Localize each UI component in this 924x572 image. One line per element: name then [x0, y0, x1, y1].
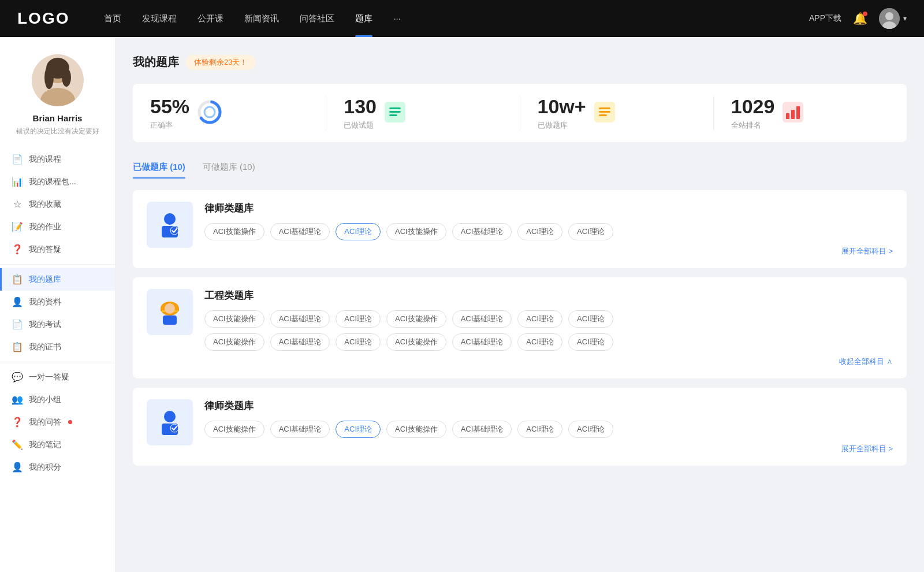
qbank-tag[interactable]: ACI基础理论 — [270, 310, 330, 328]
lawyer-icon-wrap — [147, 202, 193, 248]
app-download-button[interactable]: APP下载 — [809, 13, 841, 24]
svg-point-1 — [885, 12, 893, 20]
qbank-tag[interactable]: ACI技能操作 — [204, 421, 264, 438]
pencil-icon: 📝 — [12, 221, 23, 232]
qbank-tag[interactable]: ACI基础理论 — [452, 421, 512, 438]
sidebar-item-notes[interactable]: ✏️ 我的笔记 — [0, 433, 115, 456]
qbank-tag[interactable]: ACI技能操作 — [386, 310, 446, 328]
qbank-tag[interactable]: ACI技能操作 — [386, 223, 446, 240]
svg-rect-21 — [786, 113, 789, 119]
qbank-tag[interactable]: ACI理论 — [568, 223, 613, 240]
sidebar-item-label: 我的积分 — [29, 462, 61, 473]
sidebar-item-points[interactable]: 👤 我的积分 — [0, 456, 115, 478]
nav-qbank[interactable]: 题库 — [355, 13, 372, 24]
nav-news[interactable]: 新闻资讯 — [244, 13, 279, 24]
sidebar-item-questions[interactable]: ❓ 我的答疑 — [0, 238, 115, 261]
sidebar-item-qbank[interactable]: 📋 我的题库 — [0, 268, 115, 291]
qbank-tag[interactable]: ACI基础理论 — [452, 333, 512, 351]
tab-done[interactable]: 已做题库 (10) — [133, 156, 185, 179]
qbank-lawyer-2-title: 律师类题库 — [204, 399, 893, 413]
edit-icon: ✏️ — [12, 439, 23, 450]
qbank-tag[interactable]: ACI技能操作 — [386, 333, 446, 351]
qbank-tag[interactable]: ACI理论 — [336, 333, 381, 351]
qbank-tag[interactable]: ACI理论 — [517, 310, 562, 328]
qbank-tag[interactable]: ACI基础理论 — [270, 223, 330, 240]
nav-home[interactable]: 首页 — [104, 13, 121, 24]
sidebar-item-label: 我的证书 — [29, 342, 61, 352]
qbank-tag[interactable]: ACI基础理论 — [452, 223, 512, 240]
stat-done-banks: 10w+ 已做题库 — [520, 95, 714, 131]
nav-discover[interactable]: 发现课程 — [142, 13, 177, 24]
sidebar-item-profile[interactable]: 👤 我的资料 — [0, 291, 115, 313]
sidebar-item-homework[interactable]: 📝 我的作业 — [0, 216, 115, 238]
qbank-lawyer-2-tags: ACI技能操作 ACI基础理论 ACI理论 ACI技能操作 ACI基础理论 AC… — [204, 421, 893, 438]
svg-rect-31 — [163, 315, 177, 325]
sidebar-item-oneonone[interactable]: 💬 一对一答疑 — [0, 366, 115, 388]
svg-point-32 — [164, 411, 176, 422]
qbank-tag[interactable]: ACI基础理论 — [270, 421, 330, 438]
svg-rect-17 — [599, 107, 610, 109]
qbank-tag[interactable]: ACI理论 — [517, 421, 562, 438]
qbank-tag[interactable]: ACI技能操作 — [204, 310, 264, 328]
qbank-engineer-tags-row2: ACI技能操作 ACI基础理论 ACI理论 ACI技能操作 ACI基础理论 AC… — [204, 333, 893, 351]
notification-dot — [863, 12, 867, 16]
qbank-tag[interactable]: ACI理论 — [517, 223, 562, 240]
engineer-icon-wrap — [147, 289, 193, 335]
qbank-lawyer-1-info: 律师类题库 ACI技能操作 ACI基础理论 ACI理论 ACI技能操作 ACI基… — [204, 202, 893, 257]
qbank-tag[interactable]: ACI技能操作 — [386, 421, 446, 438]
chevron-down-icon: ▾ — [903, 14, 907, 23]
nav-opencourse[interactable]: 公开课 — [198, 13, 223, 24]
tab-todo[interactable]: 可做题库 (10) — [203, 156, 255, 179]
nav-more[interactable]: ··· — [393, 13, 401, 24]
sidebar-item-certificate[interactable]: 📋 我的证书 — [0, 336, 115, 358]
chat-icon: 💬 — [12, 372, 23, 382]
svg-rect-22 — [791, 110, 795, 119]
sidebar-item-mycourse[interactable]: 📄 我的课程 — [0, 148, 115, 170]
main-nav: 首页 发现课程 公开课 新闻资讯 问答社区 题库 ··· — [104, 13, 809, 24]
svg-rect-19 — [599, 114, 607, 116]
sidebar-item-myqa[interactable]: ❓ 我的问答 — [0, 411, 115, 433]
qbank-tag[interactable]: ACI理论 — [568, 310, 613, 328]
qbank-tag[interactable]: ACI技能操作 — [204, 333, 264, 351]
sidebar-item-label: 我的考试 — [29, 320, 61, 330]
qbank-collapse-button[interactable]: 收起全部科目 ∧ — [204, 356, 893, 367]
qbank-tag[interactable]: ACI基础理论 — [270, 333, 330, 351]
qbank-tag-active[interactable]: ACI理论 — [336, 223, 381, 240]
accuracy-pie-icon — [198, 100, 222, 127]
stat-done-questions-value: 130 — [344, 95, 377, 118]
qbank-tag[interactable]: ACI理论 — [336, 310, 381, 328]
sidebar: Brian Harris 错误的决定比没有决定要好 📄 我的课程 📊 我的课程包… — [0, 37, 116, 572]
svg-rect-13 — [389, 107, 401, 109]
question-icon: ❓ — [12, 244, 23, 255]
cert-icon: 📋 — [12, 341, 23, 352]
nav-qa[interactable]: 问答社区 — [300, 13, 334, 24]
list-orange-icon — [594, 102, 615, 125]
qbank-expand-button[interactable]: 展开全部科目 > — [204, 246, 893, 257]
sidebar-profile: Brian Harris 错误的决定比没有决定要好 — [0, 54, 115, 136]
qbank-tag[interactable]: ACI理论 — [517, 333, 562, 351]
qa-dot-badge — [68, 420, 72, 424]
qbank-tag[interactable]: ACI基础理论 — [452, 310, 512, 328]
stat-done-banks-label: 已做题库 — [538, 120, 586, 131]
logo[interactable]: LOGO — [17, 9, 69, 28]
qbank-tag[interactable]: ACI理论 — [568, 421, 613, 438]
qbank-tag-active[interactable]: ACI理论 — [336, 421, 381, 438]
sidebar-item-coursepackage[interactable]: 📊 我的课程包... — [0, 170, 115, 193]
sidebar-item-favorites[interactable]: ☆ 我的收藏 — [0, 193, 115, 216]
stat-done-questions: 130 已做试题 — [326, 95, 520, 131]
sidebar-item-exam[interactable]: 📄 我的考试 — [0, 313, 115, 336]
page-title: 我的题库 — [133, 54, 179, 70]
svg-point-8 — [62, 68, 71, 87]
sidebar-item-group[interactable]: 👥 我的小组 — [0, 388, 115, 411]
sidebar-item-label: 我的课程包... — [29, 177, 76, 187]
stat-ranking-value: 1029 — [731, 95, 775, 118]
stat-accuracy-value: 55% — [150, 95, 189, 118]
qbank-expand-button-2[interactable]: 展开全部科目 > — [204, 444, 893, 454]
qbank-tag[interactable]: ACI技能操作 — [204, 223, 264, 240]
qbank-tag[interactable]: ACI理论 — [568, 333, 613, 351]
sidebar-motto: 错误的决定比没有决定要好 — [16, 127, 99, 136]
notification-bell[interactable]: 🔔 — [853, 12, 867, 25]
trial-badge: 体验剩余23天！ — [186, 55, 255, 70]
user-avatar-wrap[interactable]: ▾ — [879, 8, 907, 29]
stats-bar: 55% 正确率 130 已做试题 — [133, 84, 907, 142]
